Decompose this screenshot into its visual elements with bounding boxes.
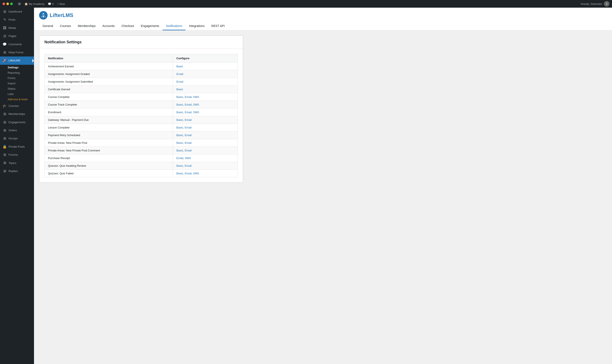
tab-accounts[interactable]: Accounts bbox=[99, 22, 118, 30]
sidebar-sub-item-addons[interactable]: Add-ons & more bbox=[0, 97, 34, 102]
replies-icon: ⊞ bbox=[2, 169, 7, 173]
configure-link-email[interactable]: Email bbox=[185, 126, 192, 129]
tab-notifications[interactable]: Notifications bbox=[162, 22, 186, 30]
table-row: Purchase ReceiptEmail, SMS bbox=[45, 154, 238, 162]
configure-link-email[interactable]: Email bbox=[176, 72, 183, 76]
configure-link-sms[interactable]: SMS bbox=[185, 156, 191, 160]
top-bar-right: Howdy, Sekander S bbox=[581, 1, 610, 7]
tab-general[interactable]: General bbox=[39, 22, 56, 30]
configure-link-basic[interactable]: Basic bbox=[176, 141, 183, 144]
notification-name: Lesson Complete bbox=[45, 124, 173, 131]
engagements-icon: ⊞ bbox=[2, 120, 7, 125]
notification-name: Course Track Complete bbox=[45, 101, 173, 108]
configure-link-email[interactable]: Email bbox=[185, 172, 192, 175]
lifterlms-logo-icon bbox=[39, 11, 48, 20]
configure-link-email[interactable]: Email bbox=[185, 118, 192, 121]
configure-link-email[interactable]: Email bbox=[176, 80, 183, 83]
configure-links: Basic, Email bbox=[173, 124, 238, 131]
configure-link-sms[interactable]: SMS bbox=[193, 103, 199, 106]
sidebar-item-groups-label: Groups bbox=[9, 137, 18, 140]
sidebar-item-engagements[interactable]: ⊞ Engagements bbox=[0, 118, 34, 126]
configure-link-basic[interactable]: Basic bbox=[176, 172, 183, 175]
tab-memberships[interactable]: Memberships bbox=[74, 22, 99, 30]
configure-link-email[interactable]: Email bbox=[176, 156, 183, 160]
notification-name: Enrollment bbox=[45, 108, 173, 116]
col-notification: Notification bbox=[45, 54, 173, 63]
tab-checkout[interactable]: Checkout bbox=[118, 22, 137, 30]
sidebar-sub-item-import[interactable]: Import bbox=[0, 81, 34, 86]
sidebar-item-comments[interactable]: 💬 Comments bbox=[0, 40, 34, 48]
sidebar-sub-item-status[interactable]: Status bbox=[0, 86, 34, 91]
posts-icon: ✎ bbox=[2, 17, 7, 22]
sidebar-item-posts[interactable]: ✎ Posts bbox=[0, 16, 34, 24]
sidebar-sub-item-forms[interactable]: Forms bbox=[0, 75, 34, 81]
avatar[interactable]: S bbox=[604, 1, 610, 7]
wp-icon[interactable]: ⊕ bbox=[18, 1, 21, 6]
sidebar-item-courses[interactable]: 🎓 Courses bbox=[0, 102, 34, 110]
configure-link-basic[interactable]: Basic bbox=[176, 126, 183, 129]
sidebar-sub-item-labs[interactable]: Labs bbox=[0, 91, 34, 97]
logo-lms: LMS bbox=[63, 12, 73, 18]
sidebar-item-memberships[interactable]: ⊞ Memberships bbox=[0, 110, 34, 118]
configure-link-sms[interactable]: SMS bbox=[193, 95, 199, 99]
configure-link-basic[interactable]: Basic bbox=[176, 111, 183, 114]
sidebar-item-pages-label: Pages bbox=[9, 34, 16, 38]
table-row: Gateway: Manual - Payment DueBasic, Emai… bbox=[45, 116, 238, 124]
notification-name: Payment Retry Scheduled bbox=[45, 131, 173, 139]
table-row: Quizzes: Quiz FailedBasic, Email, SMS bbox=[45, 170, 238, 177]
configure-link-email[interactable]: Email bbox=[185, 134, 192, 137]
top-bar: ⊕ 🏠 My Academy 💬 0 + New Howdy, Sekander… bbox=[0, 0, 612, 8]
sidebar-item-pages[interactable]: ⊟ Pages bbox=[0, 32, 34, 40]
sidebar-item-ninja-forms[interactable]: ⊞ Ninja Forms bbox=[0, 48, 34, 56]
tab-rest-api[interactable]: REST API bbox=[208, 22, 228, 30]
table-row: Private Areas: New Private PostBasic, Em… bbox=[45, 139, 238, 147]
main-content: LifterLMS General Courses Memberships Ac… bbox=[34, 8, 612, 364]
configure-link-basic[interactable]: Basic bbox=[176, 134, 183, 137]
table-row: Lesson CompleteBasic, Email bbox=[45, 124, 238, 131]
traffic-light-red[interactable] bbox=[2, 2, 5, 5]
configure-link-basic[interactable]: Basic bbox=[176, 118, 183, 121]
sidebar-item-topics[interactable]: ⊞ Topics bbox=[0, 159, 34, 167]
sidebar-item-groups[interactable]: ⊞ Groups bbox=[0, 134, 34, 143]
configure-link-email[interactable]: Email bbox=[185, 95, 192, 99]
configure-link-basic[interactable]: Basic bbox=[176, 164, 183, 167]
sidebar-item-topics-label: Topics bbox=[9, 161, 16, 165]
configure-link-email[interactable]: Email bbox=[185, 103, 192, 106]
logo-text: LifterLMS bbox=[50, 12, 73, 18]
configure-link-sms[interactable]: SMS bbox=[193, 111, 199, 114]
courses-icon: 🎓 bbox=[2, 104, 7, 108]
configure-link-basic[interactable]: Basic bbox=[176, 149, 183, 152]
plugin-header: LifterLMS General Courses Memberships Ac… bbox=[34, 8, 612, 30]
configure-link-email[interactable]: Email bbox=[185, 111, 192, 114]
sidebar-item-orders[interactable]: ⊞ Orders bbox=[0, 126, 34, 134]
new-content-link[interactable]: + New bbox=[57, 2, 65, 6]
configure-link-sms[interactable]: SMS bbox=[193, 172, 199, 175]
tab-integrations[interactable]: Integrations bbox=[186, 22, 208, 30]
sidebar-sub-item-reporting[interactable]: Reporting bbox=[0, 70, 34, 75]
sidebar-item-orders-label: Orders bbox=[9, 129, 17, 132]
configure-link-basic[interactable]: Basic bbox=[176, 95, 183, 99]
site-name-link[interactable]: 🏠 My Academy bbox=[25, 2, 44, 6]
sidebar-item-media[interactable]: 🖼 Media bbox=[0, 24, 34, 32]
sidebar-item-replies[interactable]: ⊞ Replies bbox=[0, 167, 34, 175]
site-name: My Academy bbox=[29, 2, 44, 6]
sidebar-item-dashboard[interactable]: ⊞ Dashboard bbox=[0, 8, 34, 16]
tab-engagements[interactable]: Engagements bbox=[137, 22, 162, 30]
configure-link-basic[interactable]: Basic bbox=[176, 103, 183, 106]
configure-link-email[interactable]: Email bbox=[185, 149, 192, 152]
sidebar-sub-item-settings[interactable]: Settings bbox=[0, 65, 34, 70]
tab-courses[interactable]: Courses bbox=[56, 22, 74, 30]
sidebar-item-private-posts[interactable]: 🔒 Private Posts bbox=[0, 143, 34, 151]
sidebar-item-forums[interactable]: ⊞ Forums bbox=[0, 151, 34, 159]
configure-link-basic[interactable]: Basic bbox=[176, 65, 183, 68]
sidebar-item-lifterlms[interactable]: 🚀 LifterLMS bbox=[0, 56, 34, 65]
notification-name: Quizzes: Quiz Failed bbox=[45, 170, 173, 177]
comments-link[interactable]: 💬 0 bbox=[48, 2, 53, 6]
configure-link-basic[interactable]: Basic bbox=[176, 88, 183, 91]
table-row: Course Track CompleteBasic, Email, SMS bbox=[45, 101, 238, 108]
configure-links: Email bbox=[173, 78, 238, 86]
traffic-light-green[interactable] bbox=[10, 2, 13, 5]
configure-link-email[interactable]: Email bbox=[185, 141, 192, 144]
configure-link-email[interactable]: Email bbox=[185, 164, 192, 167]
traffic-light-yellow[interactable] bbox=[6, 2, 9, 5]
